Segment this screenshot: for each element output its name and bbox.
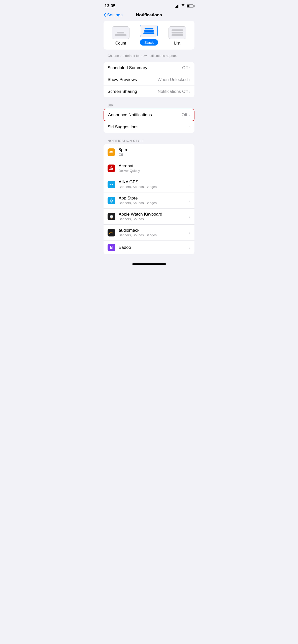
app-icon-app-store <box>108 197 115 204</box>
app-icon-apple-watch-keyboard: ⌚ <box>108 213 115 220</box>
app-name-8pm: 8pm <box>119 147 189 153</box>
general-settings-group: Scheduled Summary Off › Show Previews Wh… <box>104 62 194 97</box>
chevron-icon: › <box>189 150 190 154</box>
chevron-icon: › <box>189 215 190 219</box>
style-option-list[interactable]: List <box>164 26 190 46</box>
siri-suggestions-value: › <box>189 125 190 129</box>
chevron-icon: › <box>189 246 190 250</box>
show-previews-value: When Unlocked › <box>157 77 190 82</box>
chevron-icon: › <box>189 231 190 235</box>
app-subtitle-aika-gps: Banners, Sounds, Badges <box>119 185 189 189</box>
stack-style-icon <box>140 25 158 37</box>
status-time: 13:35 <box>105 4 115 9</box>
list-style-label: List <box>174 41 180 46</box>
style-selector-card: Count Stack List <box>104 21 194 50</box>
app-info-app-store: App Store Banners, Sounds, Badges <box>119 195 189 205</box>
announce-notifications-value: Off › <box>182 112 190 117</box>
app-icon-badoo: B <box>108 244 115 251</box>
scheduled-summary-label: Scheduled Summary <box>108 65 147 70</box>
show-previews-label: Show Previews <box>108 77 137 82</box>
app-subtitle-8pm: Off <box>119 153 189 157</box>
app-subtitle-app-store: Banners, Sounds, Badges <box>119 201 189 205</box>
app-icon-acrobat <box>108 165 115 172</box>
screen-sharing-row[interactable]: Screen Sharing Notifications Off › <box>104 86 194 97</box>
app-name-acrobat: Acrobat <box>119 163 189 169</box>
siri-suggestions-row[interactable]: Siri Suggestions › <box>104 121 194 133</box>
app-info-acrobat: Acrobat Deliver Quietly <box>119 163 189 173</box>
screen-sharing-value: Notifications Off › <box>158 89 190 94</box>
chevron-icon: › <box>189 198 190 203</box>
count-style-label: Count <box>115 41 126 46</box>
screen-sharing-label: Screen Sharing <box>108 89 137 94</box>
status-icons <box>175 4 193 8</box>
chevron-icon: › <box>189 66 190 70</box>
back-button[interactable]: Settings <box>104 13 122 18</box>
app-row-app-store[interactable]: App Store Banners, Sounds, Badges › <box>104 192 194 209</box>
announce-notifications-label: Announce Notifications <box>108 112 152 117</box>
chevron-icon: › <box>189 182 190 186</box>
siri-settings-group: Announce Notifications Off › Siri Sugges… <box>104 109 194 133</box>
list-style-icon <box>169 26 186 39</box>
style-description: Choose the default for how notifications… <box>100 52 198 62</box>
app-subtitle-audiomack: Banners, Sounds, Badges <box>119 233 189 237</box>
nav-bar: Settings Notifications <box>100 11 198 21</box>
app-notification-list: 8M 8pm Off › Acrobat Deliver Quietly › A… <box>104 144 194 254</box>
announce-notifications-row[interactable]: Announce Notifications Off › <box>104 109 194 121</box>
show-previews-row[interactable]: Show Previews When Unlocked › <box>104 74 194 86</box>
app-info-aika-gps: AIKA GPS Banners, Sounds, Badges <box>119 179 189 189</box>
battery-icon <box>187 5 193 8</box>
app-icon-audiomack <box>108 229 115 236</box>
chevron-icon: › <box>189 166 190 170</box>
chevron-icon: › <box>189 90 190 94</box>
app-subtitle-acrobat: Deliver Quietly <box>119 169 189 173</box>
app-row-acrobat[interactable]: Acrobat Deliver Quietly › <box>104 160 194 176</box>
stack-style-label: Stack <box>140 39 158 46</box>
app-subtitle-apple-watch-keyboard: Banners, Sounds <box>119 217 189 221</box>
app-name-apple-watch-keyboard: Apple Watch Keyboard <box>119 212 189 217</box>
status-bar: 13:35 <box>100 0 198 11</box>
style-option-count[interactable]: Count <box>108 26 134 46</box>
app-row-badoo[interactable]: B Badoo › <box>104 241 194 254</box>
chevron-icon: › <box>189 78 190 82</box>
app-row-audiomack[interactable]: audiomack Banners, Sounds, Badges › <box>104 225 194 241</box>
chevron-icon: › <box>189 113 190 117</box>
style-option-stack[interactable]: Stack <box>136 25 162 46</box>
home-bar <box>132 263 166 265</box>
app-name-audiomack: audiomack <box>119 228 189 233</box>
notification-style-selector: Count Stack List <box>108 25 190 46</box>
home-indicator <box>100 258 198 267</box>
app-info-8pm: 8pm Off <box>119 147 189 157</box>
app-name-aika-gps: AIKA GPS <box>119 179 189 185</box>
app-row-apple-watch-keyboard[interactable]: ⌚ Apple Watch Keyboard Banners, Sounds › <box>104 209 194 225</box>
back-label: Settings <box>107 13 122 18</box>
count-style-icon <box>112 26 129 39</box>
scheduled-summary-row[interactable]: Scheduled Summary Off › <box>104 62 194 74</box>
chevron-icon: › <box>189 125 190 129</box>
signal-bars-icon <box>175 5 179 8</box>
app-info-badoo: Badoo <box>119 245 189 250</box>
app-name-app-store: App Store <box>119 195 189 201</box>
page-title: Notifications <box>136 13 162 18</box>
scheduled-summary-value: Off › <box>182 65 190 70</box>
siri-section-header: SIRI <box>100 101 198 109</box>
app-icon-8pm: 8M <box>108 148 115 156</box>
app-info-apple-watch-keyboard: Apple Watch Keyboard Banners, Sounds <box>119 212 189 221</box>
app-row-8pm[interactable]: 8M 8pm Off › <box>104 144 194 160</box>
notification-style-section-header: NOTIFICATION STYLE <box>100 137 198 144</box>
app-icon-aika-gps: AIKA <box>108 181 115 188</box>
siri-suggestions-label: Siri Suggestions <box>108 125 139 130</box>
app-name-badoo: Badoo <box>119 245 189 250</box>
app-info-audiomack: audiomack Banners, Sounds, Badges <box>119 228 189 237</box>
wifi-icon <box>181 4 185 8</box>
app-row-aika-gps[interactable]: AIKA AIKA GPS Banners, Sounds, Badges › <box>104 176 194 192</box>
